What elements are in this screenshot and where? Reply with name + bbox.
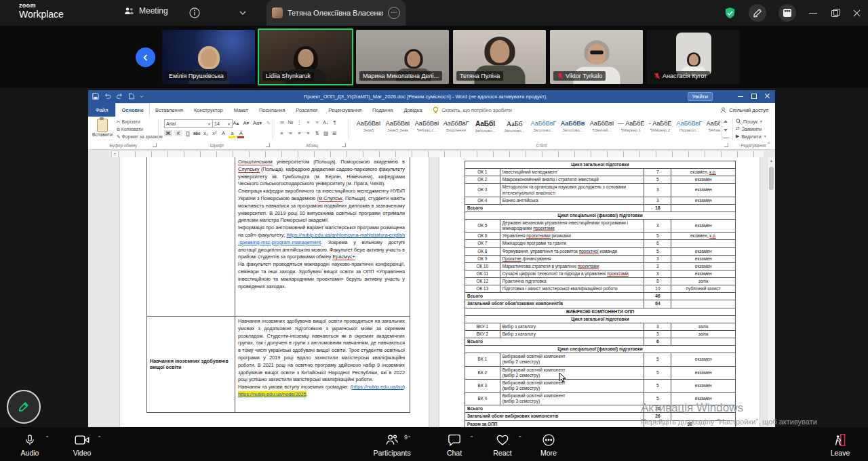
participant-video[interactable]: Viktor Tyrkalo (550, 30, 643, 84)
superscript-icon[interactable]: х² (211, 130, 218, 136)
tab-meeting[interactable]: Meeting (124, 6, 168, 16)
control-react[interactable]: ⌃React (479, 433, 526, 457)
styles-dialog-launcher[interactable] (724, 143, 728, 147)
style-item-1[interactable]: АаБбВвІЗнак5 (354, 119, 383, 140)
select-button[interactable]: ▶ Виділити ▼ (736, 134, 767, 139)
style-item-3[interactable]: АаБбВвІ¶Абзац с... (412, 119, 441, 140)
save-icon[interactable] (92, 93, 99, 100)
document-canvas[interactable]: Ольштинським університетом (Польща), Пом… (88, 157, 775, 427)
justify-icon[interactable]: ≡ (304, 130, 312, 136)
multilevel-list-icon[interactable]: ⋮ (296, 119, 303, 125)
bullets-icon[interactable]: ≔ (278, 119, 285, 125)
apps-grid-icon[interactable] (778, 4, 796, 22)
sort-icon[interactable]: А↓ (322, 119, 330, 125)
font-color-icon[interactable]: А (237, 130, 244, 138)
paragraph-dialog-launcher[interactable] (342, 143, 346, 147)
control-leave[interactable]: Leave (816, 433, 864, 457)
document-page-right[interactable]: Цикл загальної підготовкиОК 1Інвестиційн… (439, 157, 760, 427)
style-item-13[interactable]: АаБбВвІ¶Абзац с... (704, 119, 720, 140)
style-item-4[interactable]: АаБбВвГВиділення (441, 119, 471, 140)
chevron-up-icon[interactable]: ⌃ (469, 435, 474, 441)
chevron-down-icon[interactable] (239, 9, 247, 17)
participant-video[interactable]: Анастасія Кугот (647, 30, 740, 84)
qat-chevron-icon[interactable] (139, 94, 144, 99)
control-participants[interactable]: 9⌃Participants (368, 433, 416, 457)
bold-icon[interactable]: Ж (164, 130, 172, 136)
italic-icon[interactable]: К (174, 130, 182, 136)
control-audio[interactable]: ⌃Audio (6, 433, 54, 457)
word-minimize-button[interactable] (737, 92, 744, 99)
copy-button[interactable]: ⧉ Копіювати (117, 127, 143, 132)
line-spacing-icon[interactable]: ⇅ (313, 130, 321, 136)
chevron-up-icon[interactable]: ⌃ (97, 435, 102, 441)
clear-format-icon[interactable]: ✎ (265, 120, 272, 126)
numbering-icon[interactable]: № (287, 119, 294, 125)
style-item-7[interactable]: АаБбВвГЗаголово... (529, 119, 558, 140)
redo-icon[interactable] (116, 93, 123, 100)
tab-6[interactable]: Посилання (254, 103, 290, 117)
participant-video[interactable]: Lidiia Shynkaruk (258, 28, 353, 85)
tab-3[interactable]: Вставлення (150, 103, 189, 117)
tell-me-box[interactable]: Скажіть, що потрібно зробити (427, 103, 517, 117)
tab-more-icon[interactable]: ⋯ (388, 7, 400, 19)
participant-video[interactable]: Марина Миколаївна Делі... (356, 30, 449, 84)
chevron-up-icon[interactable]: ⌃ (517, 435, 522, 441)
align-left-icon[interactable]: ≡ (278, 130, 285, 136)
chevron-up-icon[interactable]: ⌃ (45, 435, 50, 441)
font-size-combobox[interactable]: 14▼ (212, 119, 233, 128)
tab-2[interactable]: Основне (115, 103, 149, 117)
style-item-12[interactable]: АаБбВвГПідзагол... (675, 119, 704, 140)
window-minimize-button[interactable] (808, 8, 818, 18)
styles-gallery-arrows[interactable] (722, 119, 729, 140)
scrollbar-thumb[interactable] (769, 167, 774, 190)
clipboard-dialog-launcher[interactable] (153, 143, 157, 147)
pilcrow-icon[interactable]: ¶ (331, 119, 338, 125)
format-painter-button[interactable]: ✎ Формат за зразком (117, 134, 163, 140)
font-name-combobox[interactable]: Arial▼ (164, 119, 213, 128)
word-close-button[interactable] (764, 92, 771, 99)
tab-7[interactable]: Розсилки (290, 103, 323, 117)
subscript-icon[interactable]: х₂ (202, 130, 209, 136)
vertical-scrollbar[interactable]: ▲ (767, 157, 775, 427)
tab-5[interactable]: Макет (229, 103, 254, 117)
control-more[interactable]: More (525, 433, 572, 457)
info-icon[interactable] (189, 7, 201, 19)
strikethrough-icon[interactable]: abc (193, 131, 200, 136)
replace-button[interactable]: ⇄ Замінити (736, 126, 767, 132)
style-item-10[interactable]: — АаБбЕ¶Маркер 1 (616, 119, 646, 140)
annotate-pencil-icon[interactable] (749, 4, 766, 22)
shrink-font-icon[interactable]: А▾ (243, 120, 250, 126)
decrease-indent-icon[interactable]: « (304, 119, 312, 125)
undo-icon[interactable] (104, 93, 111, 100)
tab-4[interactable]: Конструктор (189, 103, 229, 117)
tab-8[interactable]: Рецензування (323, 103, 367, 117)
previous-videos-button[interactable] (136, 47, 155, 67)
document-page-left[interactable]: Ольштинським університетом (Польща), Пом… (120, 157, 429, 427)
font-dialog-launcher[interactable] (266, 143, 270, 147)
control-chat[interactable]: ⌃Chat (431, 433, 478, 457)
shading-icon[interactable]: ▨ (322, 130, 330, 136)
style-item-2[interactable]: АаБбВвІЗнак5 Знак (383, 119, 412, 140)
increase-indent-icon[interactable]: » (313, 119, 321, 125)
text-effects-icon[interactable]: А (220, 130, 226, 136)
style-item-11[interactable]: - АаБбЕ¶Маркер 2 (646, 119, 675, 140)
highlight-color-icon[interactable]: а (229, 130, 235, 138)
annotate-button[interactable] (7, 390, 41, 424)
style-item-8[interactable]: АаБбВвЗаголово... (558, 119, 587, 140)
find-button[interactable]: Пошук ▼ (736, 119, 767, 124)
word-restore-button[interactable] (751, 92, 757, 99)
control-video[interactable]: ⌃Video (58, 433, 106, 457)
security-shield-icon[interactable] (724, 7, 736, 20)
document-icon[interactable] (128, 93, 134, 100)
scroll-up-icon[interactable]: ▲ (768, 157, 775, 164)
collapse-ribbon-icon[interactable]: ⌃ (766, 142, 771, 148)
window-restore-button[interactable] (830, 8, 840, 18)
tab-1[interactable]: Файл (88, 103, 115, 117)
change-case-icon[interactable]: Аа▾ (253, 120, 262, 126)
borders-icon[interactable]: ⊞ (331, 130, 338, 136)
tab-shared-screen[interactable]: Тетяна Олексіївна Власенко's sc ⋯ (267, 0, 406, 26)
share-document-button[interactable]: Спільний доступ (713, 103, 775, 117)
chevron-up-icon[interactable]: ⌃ (407, 435, 412, 441)
align-center-icon[interactable]: ≡ (287, 130, 294, 136)
window-close-button[interactable] (852, 8, 861, 18)
